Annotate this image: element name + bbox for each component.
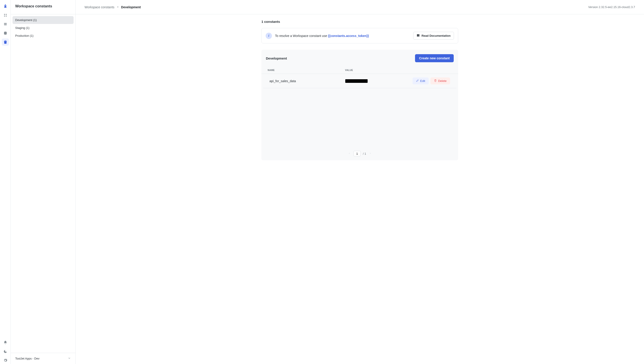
env-item-production[interactable]: Production (1) bbox=[12, 32, 74, 40]
row-value bbox=[345, 79, 399, 83]
top-header: Workspace constants Development Version … bbox=[76, 0, 644, 14]
svg-rect-5 bbox=[4, 24, 7, 25]
constants-card: Development Create new constant NAME VAL… bbox=[262, 50, 458, 160]
workspace-name: ToolJet Apps - Dev bbox=[15, 357, 39, 360]
chevron-right-icon bbox=[117, 6, 119, 9]
page-input[interactable] bbox=[354, 151, 361, 156]
moon-icon[interactable] bbox=[2, 348, 9, 355]
svg-rect-6 bbox=[4, 25, 7, 26]
page-next-icon[interactable] bbox=[368, 151, 372, 156]
redacted-value bbox=[345, 79, 368, 83]
apps-icon[interactable] bbox=[2, 12, 9, 19]
constants-count: 1 constants bbox=[262, 20, 458, 24]
page-prev-icon[interactable] bbox=[347, 151, 351, 156]
delete-button[interactable]: Delete bbox=[430, 77, 450, 84]
edit-button[interactable]: Edit bbox=[412, 77, 429, 84]
create-constant-button[interactable]: Create new constant bbox=[415, 54, 454, 62]
sidebar-title: Workspace constants bbox=[15, 4, 52, 9]
gear-icon[interactable] bbox=[2, 357, 9, 364]
svg-rect-4 bbox=[4, 23, 7, 24]
environment-list: Development (1) Staging (1) Production (… bbox=[11, 14, 75, 353]
card-title: Development bbox=[266, 56, 287, 60]
info-text: To resolve a Workspace constant use {{co… bbox=[275, 34, 410, 38]
page-total: / 1 bbox=[363, 152, 366, 155]
svg-point-1 bbox=[6, 14, 7, 15]
breadcrumb: Workspace constants Development bbox=[84, 5, 141, 9]
svg-point-3 bbox=[6, 16, 7, 17]
trash-icon bbox=[434, 79, 437, 83]
col-header-value: VALUE bbox=[345, 69, 400, 71]
breadcrumb-current: Development bbox=[121, 5, 141, 9]
secondary-sidebar: Workspace constants Development (1) Stag… bbox=[11, 0, 76, 364]
table-header: NAME VALUE bbox=[262, 67, 458, 74]
svg-point-2 bbox=[4, 16, 5, 17]
version-label: Version 2.32.5-ee2.15.16-cloud2.3.7 bbox=[588, 5, 635, 9]
chevron-down-icon bbox=[68, 356, 71, 360]
book-icon bbox=[416, 34, 420, 38]
breadcrumb-root[interactable]: Workspace constants bbox=[84, 5, 114, 9]
table-row: api_for_sales_data Edit bbox=[263, 74, 456, 88]
workspace-switcher[interactable]: ToolJet Apps - Dev bbox=[11, 353, 75, 364]
icon-rail bbox=[0, 0, 11, 364]
read-docs-button[interactable]: Read Documentation bbox=[413, 32, 454, 40]
col-header-name: NAME bbox=[268, 69, 345, 71]
edit-icon bbox=[416, 79, 419, 83]
svg-point-0 bbox=[4, 14, 5, 15]
row-name: api_for_sales_data bbox=[270, 79, 345, 83]
info-banner: i To resolve a Workspace constant use {{… bbox=[262, 28, 458, 43]
env-item-staging[interactable]: Staging (1) bbox=[12, 24, 74, 32]
constants-icon[interactable] bbox=[2, 39, 9, 46]
bell-icon[interactable] bbox=[2, 339, 9, 346]
pagination: / 1 bbox=[262, 88, 458, 156]
info-token: {{constants.access_token}} bbox=[328, 34, 369, 38]
rocket-icon[interactable] bbox=[2, 3, 9, 10]
datasource-icon[interactable] bbox=[2, 30, 9, 37]
database-icon[interactable] bbox=[2, 21, 9, 28]
env-item-development[interactable]: Development (1) bbox=[12, 16, 74, 24]
info-icon: i bbox=[266, 33, 272, 39]
